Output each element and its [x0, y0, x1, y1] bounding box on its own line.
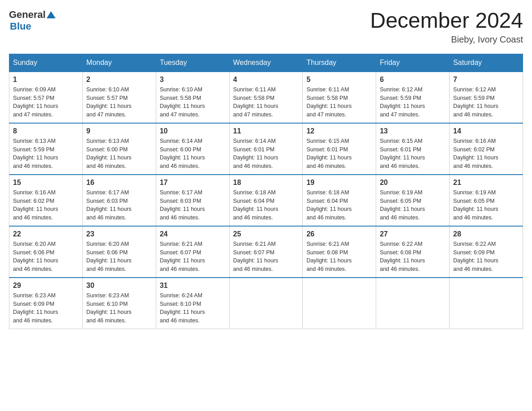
day-number: 22	[13, 230, 79, 238]
table-row: 25 Sunrise: 6:21 AM Sunset: 6:07 PM Dayl…	[229, 226, 303, 278]
day-info: Sunrise: 6:15 AM Sunset: 6:01 PM Dayligh…	[380, 137, 446, 171]
day-info: Sunrise: 6:12 AM Sunset: 5:59 PM Dayligh…	[380, 86, 446, 119]
table-row	[303, 278, 376, 329]
table-row	[450, 278, 523, 329]
table-row: 13 Sunrise: 6:15 AM Sunset: 6:01 PM Dayl…	[376, 123, 450, 175]
day-number: 9	[86, 127, 152, 135]
table-row: 3 Sunrise: 6:10 AM Sunset: 5:58 PM Dayli…	[156, 72, 229, 123]
day-number: 7	[453, 76, 519, 84]
table-row	[229, 278, 303, 329]
location-title: Bieby, Ivory Coast	[370, 34, 523, 45]
day-number: 14	[453, 127, 519, 135]
day-info: Sunrise: 6:22 AM Sunset: 6:09 PM Dayligh…	[453, 240, 519, 274]
calendar-week-row: 29 Sunrise: 6:23 AM Sunset: 6:09 PM Dayl…	[9, 278, 523, 329]
day-info: Sunrise: 6:18 AM Sunset: 6:04 PM Dayligh…	[306, 188, 372, 222]
day-number: 6	[380, 76, 446, 84]
table-row: 18 Sunrise: 6:18 AM Sunset: 6:04 PM Dayl…	[229, 175, 303, 226]
table-row: 28 Sunrise: 6:22 AM Sunset: 6:09 PM Dayl…	[450, 226, 523, 278]
table-row: 27 Sunrise: 6:22 AM Sunset: 6:08 PM Dayl…	[376, 226, 450, 278]
day-number: 26	[306, 230, 372, 238]
day-number: 10	[160, 127, 226, 135]
day-info: Sunrise: 6:18 AM Sunset: 6:04 PM Dayligh…	[233, 188, 299, 222]
day-info: Sunrise: 6:16 AM Sunset: 6:02 PM Dayligh…	[453, 137, 519, 171]
day-info: Sunrise: 6:21 AM Sunset: 6:08 PM Dayligh…	[306, 240, 372, 274]
table-row: 23 Sunrise: 6:20 AM Sunset: 6:06 PM Dayl…	[82, 226, 156, 278]
day-info: Sunrise: 6:20 AM Sunset: 6:06 PM Dayligh…	[13, 240, 79, 274]
page-header: General Blue December 2024 Bieby, Ivory …	[9, 9, 523, 45]
day-number: 4	[233, 76, 299, 84]
col-thursday: Thursday	[303, 54, 376, 72]
day-number: 21	[453, 179, 519, 187]
day-number: 19	[306, 179, 372, 187]
table-row: 9 Sunrise: 6:13 AM Sunset: 6:00 PM Dayli…	[82, 123, 156, 175]
day-number: 12	[306, 127, 372, 135]
table-row: 4 Sunrise: 6:11 AM Sunset: 5:58 PM Dayli…	[229, 72, 303, 123]
table-row: 19 Sunrise: 6:18 AM Sunset: 6:04 PM Dayl…	[303, 175, 376, 226]
col-saturday: Saturday	[450, 54, 523, 72]
table-row: 1 Sunrise: 6:09 AM Sunset: 5:57 PM Dayli…	[9, 72, 83, 123]
calendar-header-row: Sunday Monday Tuesday Wednesday Thursday…	[9, 54, 523, 72]
day-number: 3	[160, 76, 226, 84]
day-info: Sunrise: 6:21 AM Sunset: 6:07 PM Dayligh…	[233, 240, 299, 274]
table-row: 29 Sunrise: 6:23 AM Sunset: 6:09 PM Dayl…	[9, 278, 83, 329]
day-number: 1	[13, 76, 79, 84]
calendar-week-row: 15 Sunrise: 6:16 AM Sunset: 6:02 PM Dayl…	[9, 175, 523, 226]
day-info: Sunrise: 6:21 AM Sunset: 6:07 PM Dayligh…	[160, 240, 226, 274]
table-row: 5 Sunrise: 6:11 AM Sunset: 5:58 PM Dayli…	[303, 72, 376, 123]
table-row: 7 Sunrise: 6:12 AM Sunset: 5:59 PM Dayli…	[450, 72, 523, 123]
table-row: 22 Sunrise: 6:20 AM Sunset: 6:06 PM Dayl…	[9, 226, 83, 278]
day-info: Sunrise: 6:11 AM Sunset: 5:58 PM Dayligh…	[306, 86, 372, 119]
day-info: Sunrise: 6:15 AM Sunset: 6:01 PM Dayligh…	[306, 137, 372, 171]
day-number: 8	[13, 127, 79, 135]
day-number: 13	[380, 127, 446, 135]
day-number: 29	[13, 282, 79, 290]
table-row	[376, 278, 450, 329]
col-tuesday: Tuesday	[156, 54, 229, 72]
calendar-table: Sunday Monday Tuesday Wednesday Thursday…	[9, 54, 523, 329]
table-row: 8 Sunrise: 6:13 AM Sunset: 5:59 PM Dayli…	[9, 123, 83, 175]
logo-blue: Blue	[10, 21, 56, 32]
day-number: 5	[306, 76, 372, 84]
day-number: 25	[233, 230, 299, 238]
day-info: Sunrise: 6:13 AM Sunset: 5:59 PM Dayligh…	[13, 137, 79, 171]
day-number: 24	[160, 230, 226, 238]
day-number: 30	[86, 282, 152, 290]
table-row: 11 Sunrise: 6:14 AM Sunset: 6:01 PM Dayl…	[229, 123, 303, 175]
day-number: 17	[160, 179, 226, 187]
calendar-week-row: 1 Sunrise: 6:09 AM Sunset: 5:57 PM Dayli…	[9, 72, 523, 123]
day-info: Sunrise: 6:10 AM Sunset: 5:57 PM Dayligh…	[86, 86, 152, 119]
calendar-week-row: 8 Sunrise: 6:13 AM Sunset: 5:59 PM Dayli…	[9, 123, 523, 175]
day-info: Sunrise: 6:10 AM Sunset: 5:58 PM Dayligh…	[160, 86, 226, 119]
table-row: 14 Sunrise: 6:16 AM Sunset: 6:02 PM Dayl…	[450, 123, 523, 175]
col-sunday: Sunday	[9, 54, 83, 72]
table-row: 30 Sunrise: 6:23 AM Sunset: 6:10 PM Dayl…	[82, 278, 156, 329]
table-row: 2 Sunrise: 6:10 AM Sunset: 5:57 PM Dayli…	[82, 72, 156, 123]
logo-general: General	[9, 9, 46, 21]
day-number: 31	[160, 282, 226, 290]
day-info: Sunrise: 6:23 AM Sunset: 6:09 PM Dayligh…	[13, 291, 79, 325]
day-info: Sunrise: 6:17 AM Sunset: 6:03 PM Dayligh…	[86, 188, 152, 222]
day-info: Sunrise: 6:22 AM Sunset: 6:08 PM Dayligh…	[380, 240, 446, 274]
day-number: 28	[453, 230, 519, 238]
day-info: Sunrise: 6:11 AM Sunset: 5:58 PM Dayligh…	[233, 86, 299, 119]
day-info: Sunrise: 6:16 AM Sunset: 6:02 PM Dayligh…	[13, 188, 79, 222]
table-row: 21 Sunrise: 6:19 AM Sunset: 6:05 PM Dayl…	[450, 175, 523, 226]
table-row: 10 Sunrise: 6:14 AM Sunset: 6:00 PM Dayl…	[156, 123, 229, 175]
day-number: 16	[86, 179, 152, 187]
col-wednesday: Wednesday	[229, 54, 303, 72]
month-title: December 2024	[370, 9, 523, 33]
table-row: 12 Sunrise: 6:15 AM Sunset: 6:01 PM Dayl…	[303, 123, 376, 175]
title-area: December 2024 Bieby, Ivory Coast	[370, 9, 523, 45]
table-row: 6 Sunrise: 6:12 AM Sunset: 5:59 PM Dayli…	[376, 72, 450, 123]
day-info: Sunrise: 6:09 AM Sunset: 5:57 PM Dayligh…	[13, 86, 79, 119]
day-info: Sunrise: 6:13 AM Sunset: 6:00 PM Dayligh…	[86, 137, 152, 171]
day-info: Sunrise: 6:12 AM Sunset: 5:59 PM Dayligh…	[453, 86, 519, 119]
day-info: Sunrise: 6:14 AM Sunset: 6:00 PM Dayligh…	[160, 137, 226, 171]
svg-marker-0	[47, 11, 56, 18]
logo: General Blue	[9, 9, 56, 32]
col-monday: Monday	[82, 54, 156, 72]
logo-triangle-icon	[47, 10, 56, 19]
calendar-week-row: 22 Sunrise: 6:20 AM Sunset: 6:06 PM Dayl…	[9, 226, 523, 278]
table-row: 31 Sunrise: 6:24 AM Sunset: 6:10 PM Dayl…	[156, 278, 229, 329]
day-info: Sunrise: 6:20 AM Sunset: 6:06 PM Dayligh…	[86, 240, 152, 274]
